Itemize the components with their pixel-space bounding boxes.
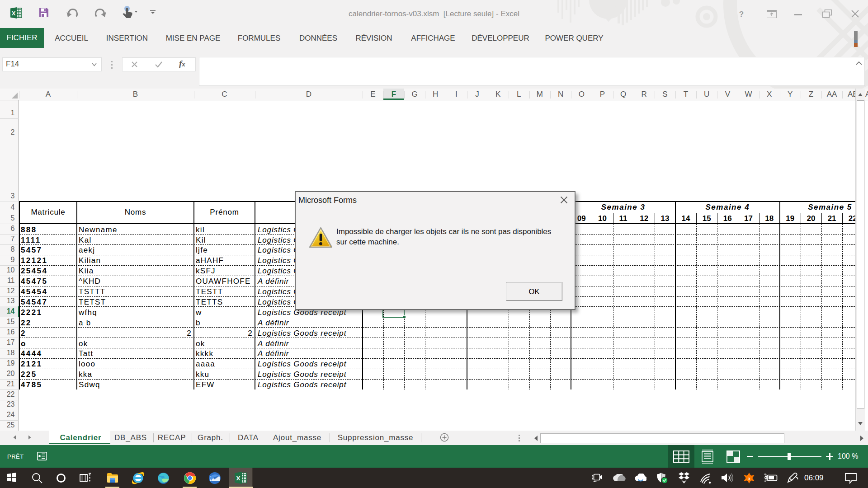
svg-text:a: a bbox=[748, 475, 750, 482]
svg-text:X: X bbox=[12, 10, 16, 17]
svg-text:X: X bbox=[236, 475, 240, 482]
